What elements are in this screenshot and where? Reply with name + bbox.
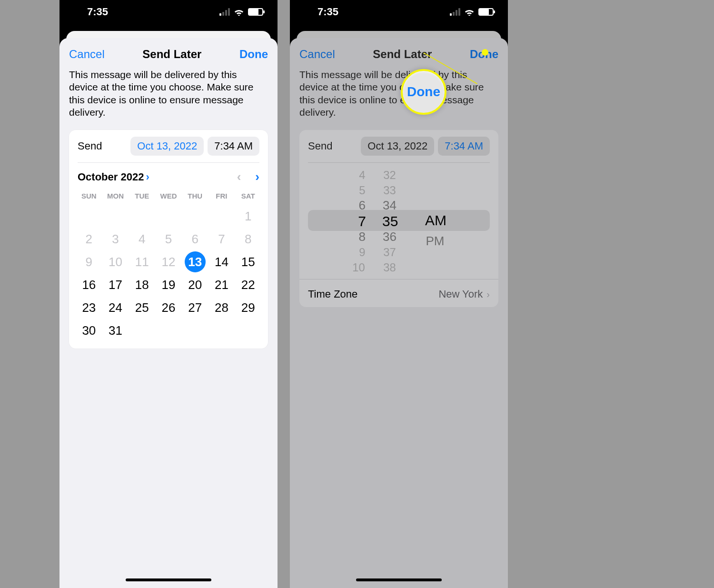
time-picker[interactable]: 45678910 32333435363738 AM PM <box>308 168 490 272</box>
calendar-day[interactable]: 15 <box>235 250 261 273</box>
calendar-day <box>129 319 155 342</box>
calendar-day[interactable]: 26 <box>155 296 182 319</box>
modal-description: This message will be delivered by this d… <box>290 67 508 128</box>
time-pill[interactable]: 7:34 AM <box>208 137 259 156</box>
calendar-day: 9 <box>76 250 102 273</box>
calendar-day[interactable]: 13 <box>182 250 208 273</box>
dow-header: SAT <box>235 189 261 205</box>
calendar-day[interactable]: 19 <box>155 273 182 296</box>
wheel-item[interactable]: 7 <box>358 213 366 229</box>
calendar-day[interactable]: 22 <box>235 273 261 296</box>
modal-title: Send Later <box>373 48 432 61</box>
wheel-item[interactable]: 5 <box>359 184 366 197</box>
modal-title: Send Later <box>142 48 201 61</box>
dow-header: MON <box>102 189 129 205</box>
wheel-item[interactable]: 37 <box>383 246 396 259</box>
calendar-day <box>235 319 261 342</box>
calendar-day <box>208 319 235 342</box>
wheel-item[interactable]: 32 <box>383 169 396 181</box>
prev-month-button[interactable]: ‹ <box>237 169 241 184</box>
home-indicator[interactable] <box>126 578 211 581</box>
calendar-day <box>182 205 208 228</box>
schedule-card: Send Oct 13, 2022 7:34 AM October 2022 ›… <box>69 130 268 349</box>
calendar-day <box>129 205 155 228</box>
wheel-item[interactable]: 36 <box>383 230 397 244</box>
schedule-card: Send Oct 13, 2022 7:34 AM 45678910 32333… <box>299 130 498 307</box>
ampm-wheel[interactable]: AM PM <box>425 168 454 272</box>
send-label: Send <box>308 140 332 152</box>
calendar-day <box>102 205 129 228</box>
callout-text: Done <box>407 84 440 100</box>
dow-header: WED <box>155 189 182 205</box>
calendar-day[interactable]: 25 <box>129 296 155 319</box>
calendar-day: 6 <box>182 228 208 250</box>
wheel-item[interactable]: 38 <box>383 261 396 272</box>
ampm-am[interactable]: AM <box>425 210 446 231</box>
phone-right: 7:35 Cancel Send Later Done This message… <box>290 0 508 588</box>
calendar-day: 4 <box>129 228 155 250</box>
calendar-day[interactable]: 16 <box>76 273 102 296</box>
modal-description: This message will be delivered by this d… <box>60 67 278 128</box>
calendar-day[interactable]: 31 <box>102 319 129 342</box>
send-later-sheet: Cancel Send Later Done This message will… <box>290 38 508 588</box>
calendar-day[interactable]: 20 <box>182 273 208 296</box>
wifi-icon <box>464 8 475 16</box>
status-time: 7:35 <box>87 6 108 18</box>
calendar-day[interactable]: 28 <box>208 296 235 319</box>
calendar-day[interactable]: 27 <box>182 296 208 319</box>
status-icons <box>450 8 494 16</box>
chevron-right-icon: › <box>146 171 149 183</box>
calendar-day <box>155 319 182 342</box>
calendar-day[interactable]: 29 <box>235 296 261 319</box>
timezone-row[interactable]: Time Zone New York › <box>299 279 498 300</box>
calendar-day[interactable]: 21 <box>208 273 235 296</box>
battery-icon <box>248 8 263 16</box>
wheel-item[interactable]: 35 <box>382 213 398 229</box>
wheel-item[interactable]: 4 <box>359 169 366 181</box>
calendar-day: 12 <box>155 250 182 273</box>
date-pill[interactable]: Oct 13, 2022 <box>130 137 204 156</box>
calendar-grid: SUNMONTUEWEDTHUFRISAT1234567891011121314… <box>69 189 268 342</box>
minute-wheel[interactable]: 32333435363738 <box>382 168 411 272</box>
wheel-item[interactable]: 10 <box>352 261 365 272</box>
cancel-button[interactable]: Cancel <box>299 48 335 61</box>
send-later-sheet: Cancel Send Later Done This message will… <box>60 38 278 588</box>
calendar-day[interactable]: 30 <box>76 319 102 342</box>
calendar-day: 1 <box>235 205 261 228</box>
wheel-item[interactable]: 9 <box>359 246 366 259</box>
next-month-button[interactable]: › <box>255 169 259 184</box>
calendar-day: 10 <box>102 250 129 273</box>
month-picker[interactable]: October 2022 › <box>78 171 149 183</box>
send-label: Send <box>78 140 102 152</box>
calendar-day[interactable]: 24 <box>102 296 129 319</box>
wheel-item[interactable]: 34 <box>383 199 397 213</box>
calendar-day <box>182 319 208 342</box>
cancel-button[interactable]: Cancel <box>69 48 105 61</box>
timezone-value: New York <box>438 288 483 300</box>
status-icons <box>219 8 263 16</box>
dow-header: THU <box>182 189 208 205</box>
ampm-pm[interactable]: PM <box>426 232 444 251</box>
cellular-icon <box>450 8 460 16</box>
divider <box>308 162 490 163</box>
wheel-item[interactable]: 8 <box>359 230 366 244</box>
calendar-day <box>208 205 235 228</box>
calendar-day: 2 <box>76 228 102 250</box>
dow-header: FRI <box>208 189 235 205</box>
calendar-day[interactable]: 17 <box>102 273 129 296</box>
hour-wheel[interactable]: 45678910 <box>344 168 368 272</box>
date-pill[interactable]: Oct 13, 2022 <box>361 137 434 156</box>
calendar-day[interactable]: 23 <box>76 296 102 319</box>
wifi-icon <box>234 8 244 16</box>
home-indicator[interactable] <box>356 578 442 581</box>
time-pill[interactable]: 7:34 AM <box>438 137 490 156</box>
calendar-day[interactable]: 18 <box>129 273 155 296</box>
status-bar: 7:35 <box>290 0 508 24</box>
done-callout-magnifier: Done <box>401 69 446 115</box>
calendar-day[interactable]: 14 <box>208 250 235 273</box>
wheel-item[interactable]: 6 <box>359 199 366 213</box>
wheel-item[interactable]: 33 <box>383 184 396 197</box>
done-button[interactable]: Done <box>239 48 268 61</box>
month-label: October 2022 <box>78 171 144 183</box>
calendar-day: 3 <box>102 228 129 250</box>
